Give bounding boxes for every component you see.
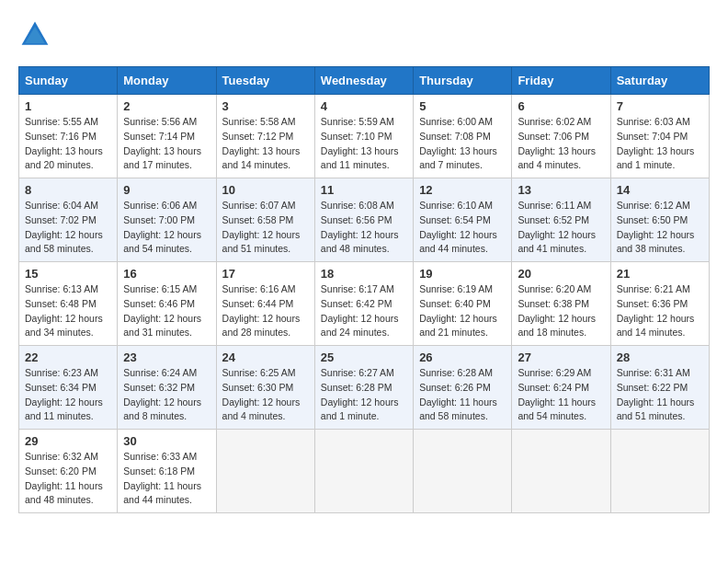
calendar-week-row: 29Sunrise: 6:32 AMSunset: 6:20 PMDayligh… xyxy=(19,430,710,513)
calendar-day-18: 18Sunrise: 6:17 AMSunset: 6:42 PMDayligh… xyxy=(314,262,413,346)
day-number: 24 xyxy=(222,350,309,364)
calendar-table: SundayMondayTuesdayWednesdayThursdayFrid… xyxy=(18,66,710,513)
calendar-day-5: 5Sunrise: 6:00 AMSunset: 7:08 PMDaylight… xyxy=(414,95,512,178)
calendar-day-empty xyxy=(512,430,610,513)
day-number: 10 xyxy=(222,183,309,197)
column-header-friday: Friday xyxy=(512,67,610,95)
day-number: 4 xyxy=(321,99,407,113)
day-number: 5 xyxy=(419,99,506,113)
day-number: 26 xyxy=(419,350,506,364)
calendar-day-11: 11Sunrise: 6:08 AMSunset: 6:56 PMDayligh… xyxy=(314,178,413,262)
day-number: 7 xyxy=(617,99,703,113)
calendar-day-24: 24Sunrise: 6:25 AMSunset: 6:30 PMDayligh… xyxy=(216,346,314,430)
day-number: 25 xyxy=(321,350,407,364)
calendar-day-empty xyxy=(414,430,512,513)
day-number: 8 xyxy=(25,183,111,197)
calendar-day-empty xyxy=(610,430,709,513)
day-info: Sunrise: 6:11 AMSunset: 6:52 PMDaylight:… xyxy=(518,199,604,257)
calendar-day-3: 3Sunrise: 5:58 AMSunset: 7:12 PMDaylight… xyxy=(216,95,314,178)
logo xyxy=(18,18,55,52)
day-number: 22 xyxy=(25,350,111,364)
day-info: Sunrise: 6:02 AMSunset: 7:06 PMDaylight:… xyxy=(518,115,604,173)
calendar-week-row: 15Sunrise: 6:13 AMSunset: 6:48 PMDayligh… xyxy=(19,262,710,346)
day-info: Sunrise: 6:33 AMSunset: 6:18 PMDaylight:… xyxy=(123,450,210,508)
calendar-day-30: 30Sunrise: 6:33 AMSunset: 6:18 PMDayligh… xyxy=(118,430,216,513)
day-info: Sunrise: 5:55 AMSunset: 7:16 PMDaylight:… xyxy=(25,115,111,173)
day-info: Sunrise: 6:24 AMSunset: 6:32 PMDaylight:… xyxy=(123,366,210,424)
calendar-day-12: 12Sunrise: 6:10 AMSunset: 6:54 PMDayligh… xyxy=(414,178,512,262)
column-header-sunday: Sunday xyxy=(19,67,118,95)
calendar-day-empty xyxy=(314,430,413,513)
day-info: Sunrise: 6:00 AMSunset: 7:08 PMDaylight:… xyxy=(419,115,506,173)
column-header-tuesday: Tuesday xyxy=(216,67,314,95)
calendar-day-10: 10Sunrise: 6:07 AMSunset: 6:58 PMDayligh… xyxy=(216,178,314,262)
column-header-thursday: Thursday xyxy=(414,67,512,95)
calendar-day-20: 20Sunrise: 6:20 AMSunset: 6:38 PMDayligh… xyxy=(512,262,610,346)
calendar-day-25: 25Sunrise: 6:27 AMSunset: 6:28 PMDayligh… xyxy=(314,346,413,430)
calendar-day-16: 16Sunrise: 6:15 AMSunset: 6:46 PMDayligh… xyxy=(118,262,216,346)
column-header-monday: Monday xyxy=(118,67,216,95)
day-info: Sunrise: 6:27 AMSunset: 6:28 PMDaylight:… xyxy=(321,366,407,424)
calendar-day-29: 29Sunrise: 6:32 AMSunset: 6:20 PMDayligh… xyxy=(19,430,118,513)
calendar-day-empty xyxy=(216,430,314,513)
calendar-day-8: 8Sunrise: 6:04 AMSunset: 7:02 PMDaylight… xyxy=(19,178,118,262)
day-number: 27 xyxy=(518,350,604,364)
calendar-day-14: 14Sunrise: 6:12 AMSunset: 6:50 PMDayligh… xyxy=(610,178,709,262)
day-info: Sunrise: 6:32 AMSunset: 6:20 PMDaylight:… xyxy=(25,450,111,508)
day-info: Sunrise: 6:04 AMSunset: 7:02 PMDaylight:… xyxy=(25,199,111,257)
calendar-week-row: 8Sunrise: 6:04 AMSunset: 7:02 PMDaylight… xyxy=(19,178,710,262)
day-number: 14 xyxy=(617,183,703,197)
day-info: Sunrise: 6:12 AMSunset: 6:50 PMDaylight:… xyxy=(617,199,703,257)
calendar-day-1: 1Sunrise: 5:55 AMSunset: 7:16 PMDaylight… xyxy=(19,95,118,178)
day-info: Sunrise: 6:31 AMSunset: 6:22 PMDaylight:… xyxy=(617,366,703,424)
calendar-header-row: SundayMondayTuesdayWednesdayThursdayFrid… xyxy=(19,67,710,95)
day-info: Sunrise: 6:08 AMSunset: 6:56 PMDaylight:… xyxy=(321,199,407,257)
logo-icon xyxy=(18,18,51,52)
calendar-day-27: 27Sunrise: 6:29 AMSunset: 6:24 PMDayligh… xyxy=(512,346,610,430)
calendar-day-15: 15Sunrise: 6:13 AMSunset: 6:48 PMDayligh… xyxy=(19,262,118,346)
day-number: 12 xyxy=(419,183,506,197)
day-info: Sunrise: 6:07 AMSunset: 6:58 PMDaylight:… xyxy=(222,199,309,257)
day-number: 18 xyxy=(321,267,407,281)
calendar-day-22: 22Sunrise: 6:23 AMSunset: 6:34 PMDayligh… xyxy=(19,346,118,430)
day-number: 1 xyxy=(25,99,111,113)
calendar-day-28: 28Sunrise: 6:31 AMSunset: 6:22 PMDayligh… xyxy=(610,346,709,430)
day-info: Sunrise: 6:16 AMSunset: 6:44 PMDaylight:… xyxy=(222,282,309,340)
day-info: Sunrise: 6:21 AMSunset: 6:36 PMDaylight:… xyxy=(617,282,703,340)
day-number: 9 xyxy=(123,183,210,197)
day-info: Sunrise: 6:23 AMSunset: 6:34 PMDaylight:… xyxy=(25,366,111,424)
calendar-day-21: 21Sunrise: 6:21 AMSunset: 6:36 PMDayligh… xyxy=(610,262,709,346)
calendar-day-23: 23Sunrise: 6:24 AMSunset: 6:32 PMDayligh… xyxy=(118,346,216,430)
day-info: Sunrise: 6:25 AMSunset: 6:30 PMDaylight:… xyxy=(222,366,309,424)
day-info: Sunrise: 6:06 AMSunset: 7:00 PMDaylight:… xyxy=(123,199,210,257)
calendar-day-9: 9Sunrise: 6:06 AMSunset: 7:00 PMDaylight… xyxy=(118,178,216,262)
day-number: 17 xyxy=(222,267,309,281)
day-info: Sunrise: 6:15 AMSunset: 6:46 PMDaylight:… xyxy=(123,282,210,340)
day-number: 30 xyxy=(123,434,210,448)
day-info: Sunrise: 5:59 AMSunset: 7:10 PMDaylight:… xyxy=(321,115,407,173)
day-number: 21 xyxy=(617,267,703,281)
day-info: Sunrise: 6:03 AMSunset: 7:04 PMDaylight:… xyxy=(617,115,703,173)
column-header-saturday: Saturday xyxy=(610,67,709,95)
day-info: Sunrise: 5:58 AMSunset: 7:12 PMDaylight:… xyxy=(222,115,309,173)
calendar-day-13: 13Sunrise: 6:11 AMSunset: 6:52 PMDayligh… xyxy=(512,178,610,262)
calendar-day-17: 17Sunrise: 6:16 AMSunset: 6:44 PMDayligh… xyxy=(216,262,314,346)
day-number: 3 xyxy=(222,99,309,113)
column-header-wednesday: Wednesday xyxy=(314,67,413,95)
day-number: 19 xyxy=(419,267,506,281)
calendar-day-4: 4Sunrise: 5:59 AMSunset: 7:10 PMDaylight… xyxy=(314,95,413,178)
day-info: Sunrise: 6:29 AMSunset: 6:24 PMDaylight:… xyxy=(518,366,604,424)
day-info: Sunrise: 5:56 AMSunset: 7:14 PMDaylight:… xyxy=(123,115,210,173)
calendar-day-2: 2Sunrise: 5:56 AMSunset: 7:14 PMDaylight… xyxy=(118,95,216,178)
calendar-day-26: 26Sunrise: 6:28 AMSunset: 6:26 PMDayligh… xyxy=(414,346,512,430)
day-info: Sunrise: 6:28 AMSunset: 6:26 PMDaylight:… xyxy=(419,366,506,424)
day-number: 15 xyxy=(25,267,111,281)
day-number: 11 xyxy=(321,183,407,197)
day-number: 23 xyxy=(123,350,210,364)
day-info: Sunrise: 6:19 AMSunset: 6:40 PMDaylight:… xyxy=(419,282,506,340)
day-number: 28 xyxy=(617,350,703,364)
calendar-day-7: 7Sunrise: 6:03 AMSunset: 7:04 PMDaylight… xyxy=(610,95,709,178)
calendar-day-6: 6Sunrise: 6:02 AMSunset: 7:06 PMDaylight… xyxy=(512,95,610,178)
calendar-week-row: 1Sunrise: 5:55 AMSunset: 7:16 PMDaylight… xyxy=(19,95,710,178)
day-info: Sunrise: 6:10 AMSunset: 6:54 PMDaylight:… xyxy=(419,199,506,257)
